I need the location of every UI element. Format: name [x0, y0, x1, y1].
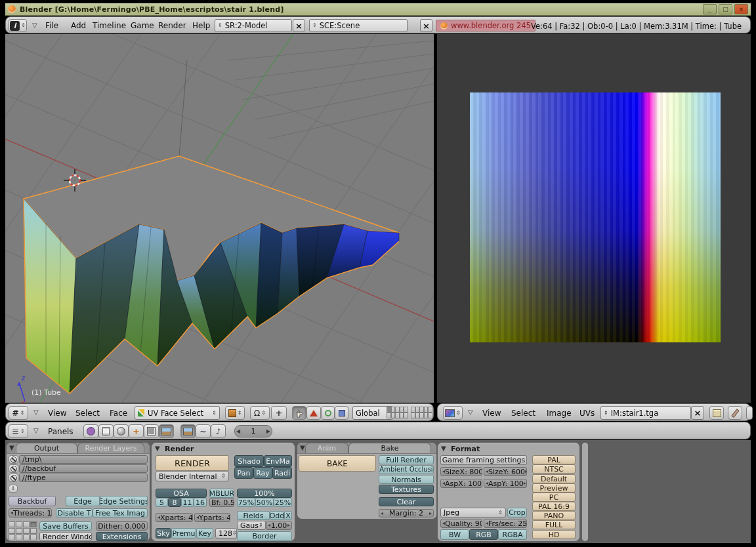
editor-type-button-uv[interactable]: ⇕ — [443, 406, 463, 420]
pivot-button[interactable]: Ω ⇕ — [250, 406, 270, 420]
panel-collapse-icon[interactable]: ▼ — [300, 445, 305, 451]
envmap-toggle[interactable]: EnvMa — [264, 455, 292, 467]
header-collapse-icon[interactable]: ▽ — [32, 22, 37, 29]
ftype-path-field[interactable]: //ftype — [19, 474, 148, 482]
panorama-toggle[interactable]: Pan — [234, 467, 253, 479]
uv-image-editor[interactable] — [437, 34, 751, 403]
render-display-placement-grid[interactable] — [9, 521, 37, 540]
preset-hd-button[interactable]: HD — [532, 530, 576, 539]
size-100-toggle[interactable]: 100% — [237, 489, 292, 498]
menu-game[interactable]: Game — [131, 21, 154, 30]
preset-full-button[interactable]: FULL — [532, 520, 576, 529]
border-toggle[interactable]: Border — [237, 531, 292, 541]
close-button[interactable]: × — [734, 4, 748, 14]
quality-field[interactable]: ◂ Quality: 90 ▸ — [440, 519, 482, 528]
osa-16-toggle[interactable]: 16 — [194, 498, 207, 507]
object-context-button[interactable]: + — [129, 424, 144, 438]
edge-settings-button[interactable]: Edge Settings — [100, 496, 148, 506]
increment-icon[interactable]: ▸ — [525, 469, 527, 474]
osa-8-toggle[interactable]: 8 — [168, 498, 181, 507]
bake-normals-toggle[interactable]: Normals — [379, 475, 434, 484]
window-type-button[interactable]: i ⇕ — [9, 19, 27, 32]
size-50-toggle[interactable]: 50% — [255, 498, 274, 507]
scene-delete-button[interactable]: × — [420, 19, 432, 32]
clipped-header-button[interactable] — [746, 406, 753, 420]
save-buffers-toggle[interactable]: Save Buffers — [39, 521, 92, 531]
output-path-field[interactable]: /tmp\ — [19, 455, 148, 464]
pan-hand-button[interactable] — [292, 406, 306, 420]
osa-toggle[interactable]: OSA — [156, 489, 207, 498]
preset-preview-button[interactable]: Preview — [532, 483, 576, 493]
bake-button[interactable]: BAKE — [299, 455, 376, 472]
menu-face[interactable]: Face — [110, 409, 127, 418]
layer-buttons-2[interactable] — [411, 407, 432, 418]
uv-image-stair1-tga[interactable] — [470, 92, 721, 342]
increment-icon[interactable]: ▸ — [429, 511, 432, 516]
tab-anim[interactable]: Anim — [305, 443, 348, 453]
image-unlink-button[interactable]: × — [691, 406, 704, 420]
osa-5-toggle[interactable]: 5 — [156, 498, 168, 507]
osa-11-toggle[interactable]: 11 — [181, 498, 194, 507]
anim-subcontext-button[interactable]: ~ — [196, 424, 211, 438]
render-button[interactable]: RENDER — [156, 455, 229, 471]
bake-ambient-occlusion-toggle[interactable]: Ambient Occlusi — [379, 465, 434, 474]
maximize-button[interactable]: □ — [719, 4, 732, 14]
pack-image-button[interactable] — [709, 406, 724, 420]
stair-mesh[interactable] — [24, 156, 399, 394]
screen-selector[interactable]: ⇕ SR:2-Model — [215, 19, 292, 32]
filter-menu[interactable]: Gaus ⇕ — [237, 521, 266, 530]
minimize-button[interactable]: _ — [703, 4, 717, 14]
bake-full-render-toggle[interactable]: Full Render — [379, 455, 434, 464]
shadow-toggle[interactable]: Shado — [234, 455, 264, 467]
sizex-field[interactable]: ◂ SizeX: 800 ▸ — [440, 467, 482, 476]
free-tex-images-toggle[interactable]: Free Tex Imag — [93, 508, 148, 517]
render-subcontext-button[interactable] — [180, 424, 196, 438]
menu-timeline[interactable]: Timeline — [93, 21, 126, 30]
yparts-field[interactable]: ◂ Yparts: 4 ▸ — [194, 513, 230, 522]
menu-help[interactable]: Help — [192, 21, 210, 30]
script-context-button[interactable] — [98, 424, 114, 438]
preset-ntsc-button[interactable]: NTSC — [532, 464, 576, 474]
edge-toggle[interactable]: Edge — [66, 496, 100, 506]
menu-view[interactable]: View — [48, 409, 66, 418]
output-path-browse-button[interactable] — [9, 455, 18, 464]
increment-icon[interactable]: ▸ — [287, 523, 290, 528]
sizey-field[interactable]: ◂ SizeY: 600 ▸ — [484, 467, 527, 476]
increment-icon[interactable]: ▸ — [524, 481, 526, 486]
fields-x-toggle[interactable]: X — [284, 511, 292, 520]
viewport-3d[interactable]: z (1) Tube — [5, 34, 434, 403]
editor-type-button-buttons[interactable]: ≡ ⇕ — [9, 424, 28, 438]
increment-icon[interactable]: ▸ — [482, 481, 482, 486]
panel-collapse-icon[interactable]: ▼ — [9, 445, 14, 451]
header-collapse-icon[interactable]: ▽ — [33, 409, 39, 416]
preset-default-button[interactable]: Default — [532, 474, 576, 483]
mode-selector[interactable]: UV Face Select ⇕ — [135, 406, 220, 420]
menu-render[interactable]: Render — [158, 21, 186, 30]
bake-clear-toggle[interactable]: Clear — [379, 497, 434, 506]
preset-pc-button[interactable]: PC — [532, 493, 576, 502]
occlude-geometry-button[interactable] — [306, 406, 321, 420]
aspy-field[interactable]: ◂ AspY: 100 ▸ — [484, 479, 527, 488]
title-bar[interactable]: Blender [G:\Home\Fermingo\PBE_Home\escri… — [5, 3, 751, 16]
odd-toggle[interactable]: Odd — [270, 511, 284, 520]
menu-select[interactable]: Select — [511, 409, 536, 418]
tab-output[interactable]: Output — [16, 443, 77, 453]
paint-mode-button[interactable] — [728, 406, 742, 420]
draw-mode-button[interactable]: ⇕ — [225, 406, 245, 420]
snap-button[interactable] — [335, 406, 348, 420]
fields-toggle[interactable]: Fields — [237, 511, 270, 520]
bake-textures-toggle[interactable]: Textures — [379, 485, 434, 494]
menu-view[interactable]: View — [482, 409, 501, 418]
tab-render-layers[interactable]: Render Layers — [77, 443, 144, 453]
tab-bake[interactable]: Bake — [348, 443, 431, 453]
mblur-toggle[interactable]: MBLUR — [209, 489, 234, 498]
menu-select[interactable]: Select — [75, 409, 100, 418]
bw-toggle[interactable]: BW — [440, 529, 469, 540]
game-framing-button[interactable]: Game framing settings — [440, 455, 527, 465]
editor-type-button-3d[interactable]: # ⇕ — [9, 406, 28, 420]
rgba-toggle[interactable]: RGBA — [498, 529, 527, 540]
menu-image[interactable]: Image — [547, 409, 572, 418]
filter-size-field[interactable]: ◂ 1.00 ▸ — [266, 521, 292, 530]
panel-collapse-icon[interactable]: ▼ — [441, 445, 446, 452]
backbuf-toggle[interactable]: Backbuf — [9, 496, 56, 506]
